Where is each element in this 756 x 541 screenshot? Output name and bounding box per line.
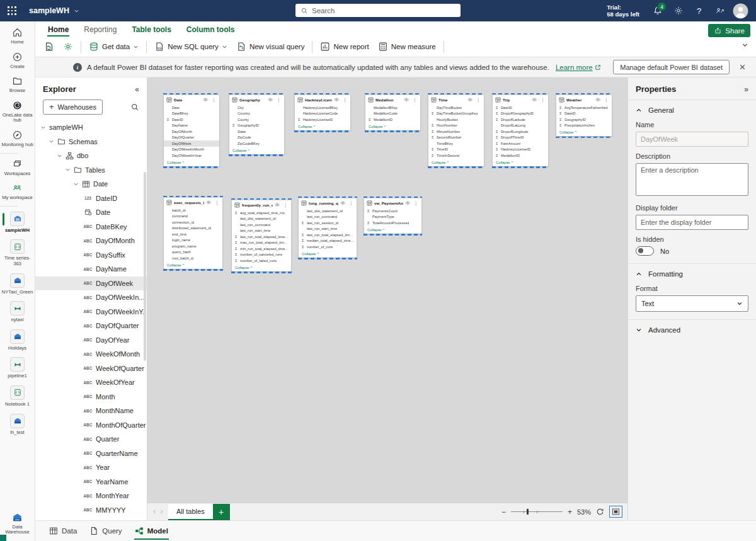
- column-item-daysuffix[interactable]: ABCDaySuffix: [35, 248, 147, 263]
- eye-icon[interactable]: [203, 97, 209, 103]
- column-item-weekofmonth[interactable]: ABCWeekOfMonth: [35, 347, 147, 362]
- more-icon[interactable]: ⋮: [539, 97, 547, 103]
- table-field-avgtemperaturefahrenheit[interactable]: ΣAvgTemperatureFahrenheit: [556, 105, 612, 111]
- collapse-table-button[interactable]: Collapse^: [232, 264, 291, 271]
- column-item-monthname[interactable]: ABCMonthName: [35, 404, 147, 418]
- refresh-icon[interactable]: [596, 508, 604, 516]
- nav-item-notebook-1[interactable]: Notebook 1: [0, 382, 35, 411]
- layout-next-icon[interactable]: [159, 509, 164, 515]
- fit-to-screen-button[interactable]: [609, 506, 622, 518]
- table-field-dayofweekinmonth[interactable]: DayOfWeekInMonth: [164, 147, 219, 153]
- ribbon-tab-reporting[interactable]: Reporting: [76, 22, 124, 37]
- table-field-hackneylicensecode[interactable]: HackneyLicenseCode: [295, 111, 350, 117]
- column-item-dayname[interactable]: ABCDayName: [35, 262, 147, 276]
- learn-more-link[interactable]: Learn more: [556, 64, 601, 71]
- table-card-header[interactable]: vw_PaymentAnalysis⋮: [364, 198, 421, 207]
- more-icon[interactable]: ⋮: [411, 97, 419, 103]
- table-field-dayofweek[interactable]: DayOfWeek: [164, 140, 219, 147]
- table-card-frequently-run-queries[interactable]: frequently_run_queries⋮Σavg_total_elapse…: [232, 200, 291, 271]
- table-field-command[interactable]: command: [164, 214, 222, 220]
- format-select[interactable]: Text: [636, 295, 748, 312]
- add-warehouses-button[interactable]: + Warehouses: [43, 100, 103, 115]
- collapse-table-button[interactable]: Collapse^: [365, 123, 420, 130]
- view-tab-model[interactable]: Model: [129, 521, 175, 541]
- table-field-login-name[interactable]: login_name: [164, 237, 222, 244]
- layout-prev-icon[interactable]: [152, 509, 158, 515]
- table-field-number-of-runs[interactable]: Σnumber_of_runs: [299, 244, 357, 250]
- column-item-date[interactable]: Date: [35, 205, 147, 220]
- toolbar-collapse-button[interactable]: [742, 42, 748, 48]
- notifications-button[interactable]: 4: [647, 0, 668, 21]
- column-item-year[interactable]: ABCYear: [35, 460, 147, 475]
- banner-close-button[interactable]: [735, 60, 750, 75]
- table-field-medallionid[interactable]: ΣMedallionID: [365, 117, 420, 123]
- table-field-batch-id[interactable]: batch_id: [164, 207, 222, 214]
- ribbon-tab-column-tools[interactable]: Column tools: [179, 22, 243, 37]
- table-field-medallioncode[interactable]: MedallionCode: [365, 111, 420, 117]
- nav-item-nytaxi-green[interactable]: NYTaxi_Green: [0, 270, 35, 299]
- table-card-date[interactable]: Date⋮DateDateBKeyΣDateIDDayNameDayOfMont…: [164, 95, 219, 166]
- table-field-dropofflongitude[interactable]: ΣDropoffLongitude: [493, 128, 548, 135]
- table-card-hackneylicense[interactable]: HackneyLicense⋮HackneyLicenseBKeyHackney…: [295, 95, 350, 130]
- table-card-vw-paymentanalysis[interactable]: vw_PaymentAnalysis⋮ΣPaymentsCountPayment…: [364, 198, 421, 234]
- column-item-dayofweek[interactable]: ABCDayOfWeek: [35, 276, 147, 291]
- chevron-down-icon[interactable]: [65, 167, 71, 173]
- collapse-table-button[interactable]: Collapse^: [556, 128, 612, 136]
- column-item-dayofyear[interactable]: ABCDayOfYear: [35, 333, 147, 348]
- collapse-table-button[interactable]: Collapse^: [299, 250, 357, 258]
- eye-icon[interactable]: [595, 97, 601, 103]
- eye-icon[interactable]: [334, 97, 340, 103]
- column-item-dayofweekiny[interactable]: ABCDayOfWeekInY...: [35, 305, 147, 319]
- advanced-section-header[interactable]: Advanced: [636, 325, 748, 335]
- nav-item-lh-test[interactable]: lh_test: [0, 411, 35, 439]
- table-card-header[interactable]: Medallion⋮: [365, 95, 420, 104]
- explorer-collapse-button[interactable]: «: [135, 85, 139, 94]
- view-tab-query[interactable]: Query: [83, 521, 128, 541]
- collapse-table-button[interactable]: Collapse^: [295, 123, 350, 130]
- global-search-input[interactable]: Search: [295, 4, 461, 17]
- ribbon-tab-table-tools[interactable]: Table tools: [124, 22, 178, 37]
- get-data-button[interactable]: Get data: [84, 39, 143, 55]
- table-card-header[interactable]: Date⋮: [164, 95, 219, 104]
- column-item-dayofquarter[interactable]: ABCDayOfQuarter: [35, 319, 147, 333]
- column-item-month[interactable]: ABCMonth: [35, 390, 147, 404]
- table-card-header[interactable]: Time⋮: [428, 95, 484, 104]
- table-field-last-dist-statement-id[interactable]: last_dist_statement_id: [299, 208, 357, 214]
- nav-item-pipeline1[interactable]: pipeline1: [0, 354, 35, 382]
- column-item-quarter[interactable]: ABCQuarter: [35, 432, 147, 447]
- table-field-dateid[interactable]: ΣDateID: [493, 105, 548, 111]
- display-folder-field[interactable]: [636, 215, 748, 230]
- formatting-section-header[interactable]: Formatting: [636, 269, 748, 279]
- column-item-datebkey[interactable]: ABCDateBKey: [35, 220, 147, 234]
- table-card-time[interactable]: Time⋮DayTimeBucketΣDayTimeBucketGroupKey…: [428, 95, 484, 166]
- table-field-hackneylicenseid[interactable]: ΣHackneyLicenseID: [295, 117, 350, 123]
- add-layout-button[interactable]: +: [213, 504, 230, 520]
- more-icon[interactable]: ⋮: [413, 200, 420, 206]
- settings-button[interactable]: [59, 39, 77, 55]
- tree-node-schemas[interactable]: Schemas: [35, 135, 147, 149]
- table-field-distributed-statement-id[interactable]: distributed_statement_id: [164, 225, 222, 232]
- table-field-hackneylicensebkey[interactable]: HackneyLicenseBKey: [295, 105, 350, 111]
- nav-item-samplewh[interactable]: sampleWH: [0, 208, 35, 237]
- table-field-daytimebucketgroupkey[interactable]: ΣDayTimeBucketGroupKey: [428, 111, 484, 117]
- nav-item-workspaces[interactable]: Workspaces: [0, 156, 35, 180]
- name-field[interactable]: [636, 132, 748, 147]
- table-field-min-run-total-elapsed-time-ms[interactable]: Σmin_run_total_elapsed_time_ms: [232, 246, 291, 252]
- tree-node-date[interactable]: Date: [35, 177, 147, 191]
- collapse-table-button[interactable]: Collapse^: [164, 159, 219, 166]
- table-field-number-of-canceled-runs[interactable]: Σnumber_of_canceled_runs: [232, 252, 291, 258]
- table-card-header[interactable]: long_running_queries⋮: [299, 198, 357, 207]
- eye-icon[interactable]: [268, 97, 273, 103]
- table-field-geographyid[interactable]: ΣGeographyID: [229, 123, 284, 129]
- is-hidden-toggle[interactable]: [636, 246, 654, 256]
- table-card-header[interactable]: Trip⋮: [493, 95, 548, 104]
- column-item-dayofweekin[interactable]: ABCDayOfWeekIn...: [35, 290, 147, 305]
- table-field-county[interactable]: County: [229, 117, 284, 123]
- more-icon[interactable]: ⋮: [475, 97, 483, 103]
- eye-icon[interactable]: [340, 200, 346, 206]
- table-card-exec-requests-history[interactable]: exec_requests_history⋮batch_idcommandcon…: [164, 198, 222, 269]
- table-field-end-time[interactable]: end_time: [164, 231, 222, 237]
- column-item-dateid[interactable]: 123DateID: [35, 191, 147, 206]
- table-field-dropofflatlong[interactable]: DropoffLatLong: [493, 123, 548, 129]
- table-field-date[interactable]: Date: [164, 105, 219, 111]
